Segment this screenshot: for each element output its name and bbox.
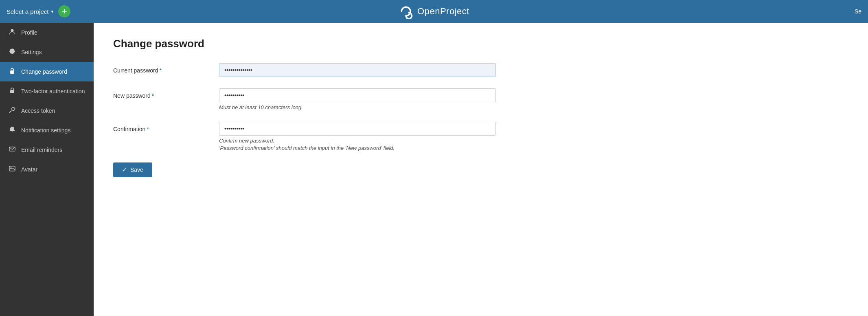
lock-icon [8,68,16,76]
layout: Profile Settings Change password Two-fac… [0,23,868,316]
required-star-2: * [152,92,154,99]
sidebar-item-avatar-label: Avatar [21,166,37,173]
page-title: Change password [113,37,848,50]
logo-text: OpenProject [417,6,469,17]
svg-rect-3 [9,147,15,151]
current-password-row: Current password* [113,63,848,77]
confirmation-input[interactable] [219,122,496,136]
sidebar-item-notification-settings-label: Notification settings [21,127,70,134]
new-password-hint: Must be at least 10 characters long. [219,104,496,110]
new-password-row: New password* Must be at least 10 charac… [113,88,848,110]
email-icon [8,146,16,154]
sidebar-item-change-password-label: Change password [21,68,67,75]
sidebar-item-email-reminders-label: Email reminders [21,147,62,153]
sidebar-item-settings-label: Settings [21,49,42,55]
confirmation-row: Confirmation* Confirm new password. 'Pas… [113,122,848,151]
required-star: * [160,67,162,74]
save-button[interactable]: ✓ Save [113,162,152,177]
confirmation-hint: Confirm new password. [219,138,496,144]
key-icon [8,107,16,115]
new-password-input[interactable] [219,88,496,102]
required-star-3: * [147,126,149,132]
app-logo: OpenProject [399,4,469,19]
sidebar-item-change-password[interactable]: Change password [0,62,94,81]
confirmation-error: 'Password confirmation' should match the… [219,145,496,151]
select-project-button[interactable]: Select a project ▼ [7,8,54,15]
confirmation-field: Confirm new password. 'Password confirma… [219,122,496,151]
header-left: Select a project ▼ + [7,5,70,18]
sidebar-item-access-token-label: Access token [21,108,55,114]
header: Select a project ▼ + OpenProject Se [0,0,868,23]
new-password-field: Must be at least 10 characters long. [219,88,496,110]
current-password-field [219,63,496,77]
gear-icon [8,48,16,56]
sidebar: Profile Settings Change password Two-fac… [0,23,94,316]
sidebar-item-email-reminders[interactable]: Email reminders [0,140,94,160]
confirmation-label: Confirmation* [113,122,219,132]
current-password-label: Current password* [113,63,219,74]
current-password-input[interactable] [219,63,496,77]
svg-point-5 [11,167,11,168]
select-project-label: Select a project [7,8,48,15]
header-right-label[interactable]: Se [855,8,861,15]
chevron-down-icon: ▼ [50,9,54,14]
sidebar-item-notification-settings[interactable]: Notification settings [0,121,94,140]
sidebar-item-settings[interactable]: Settings [0,42,94,62]
add-project-button[interactable]: + [58,5,70,18]
sidebar-item-profile[interactable]: Profile [0,23,94,42]
person-icon [8,29,16,37]
image-icon [8,165,16,173]
svg-point-0 [11,29,14,32]
main-content: Change password Current password* New pa… [94,23,868,316]
logo-icon [399,4,413,19]
bell-icon [8,126,16,134]
new-password-label: New password* [113,88,219,99]
plus-icon: + [62,7,67,16]
lock2-icon [8,87,16,95]
sidebar-item-avatar[interactable]: Avatar [0,160,94,179]
svg-rect-1 [10,70,14,74]
sidebar-item-two-factor[interactable]: Two-factor authentication [0,81,94,101]
sidebar-item-access-token[interactable]: Access token [0,101,94,121]
sidebar-item-profile-label: Profile [21,29,37,36]
svg-rect-2 [10,90,14,93]
save-label: Save [130,167,143,173]
check-icon: ✓ [122,167,127,173]
sidebar-item-two-factor-label: Two-factor authentication [21,88,85,94]
